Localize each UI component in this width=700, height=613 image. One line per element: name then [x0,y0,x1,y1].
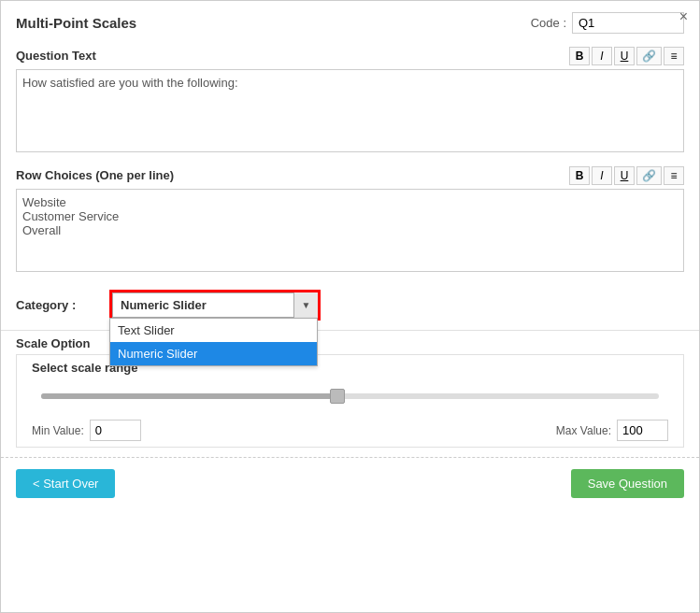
rows-italic-btn[interactable]: I [592,166,612,185]
min-value-input[interactable] [90,420,141,441]
dropdown-item-numeric[interactable]: Numeric Slider [110,342,317,365]
category-dropdown-wrapper: Text Slider Numeric Slider ▼ Text Slider… [109,290,321,321]
category-row: Category : Text Slider Numeric Slider ▼ … [1,280,699,330]
code-label: Code : [531,16,566,30]
rows-bold-btn[interactable]: B [569,166,590,185]
row-choices-toolbar: B I U 🔗 ≡ [569,166,684,185]
close-button[interactable]: × [679,8,688,25]
row-choices-section: Row Choices (One per line) B I U 🔗 ≡ [1,161,699,280]
category-label: Category : [16,298,91,312]
dialog: × Multi-Point Scales Code : Question Tex… [0,0,700,613]
row-choices-label: Row Choices (One per line) [16,168,174,182]
dialog-footer: < Start Over Save Question [1,457,699,509]
max-value-label: Max Value: [556,424,611,437]
slider-track-fill [41,393,337,399]
dropdown-item-text[interactable]: Text Slider [110,319,317,342]
min-max-row: Min Value: Max Value: [32,420,668,441]
row-choices-input[interactable] [16,189,684,272]
category-select[interactable]: Text Slider Numeric Slider [112,292,318,318]
scale-option-section: Scale Option [1,330,699,354]
question-link-btn[interactable]: 🔗 [636,47,662,65]
scale-option-label: Scale Option [16,336,90,350]
question-more-btn[interactable]: ≡ [664,47,684,65]
max-value-input[interactable] [617,420,668,441]
max-value-item: Max Value: [556,420,668,441]
dialog-header: Multi-Point Scales Code : [1,1,699,41]
code-row: Code : [531,12,684,34]
question-underline-btn[interactable]: U [614,47,635,65]
question-text-input[interactable] [16,69,684,152]
question-bold-btn[interactable]: B [569,47,590,65]
slider-thumb[interactable] [330,389,345,404]
slider-track [41,393,659,399]
code-input[interactable] [572,12,684,34]
question-italic-btn[interactable]: I [592,47,612,65]
dropdown-list: Text Slider Numeric Slider [109,318,318,366]
question-toolbar-row: Question Text B I U 🔗 ≡ [16,47,684,67]
dialog-title: Multi-Point Scales [16,15,136,31]
start-over-button[interactable]: < Start Over [16,469,115,498]
row-choices-header: Row Choices (One per line) B I U 🔗 ≡ [16,166,684,187]
min-value-item: Min Value: [32,420,141,441]
rows-underline-btn[interactable]: U [614,166,635,185]
rows-link-btn[interactable]: 🔗 [636,166,662,185]
min-value-label: Min Value: [32,424,84,437]
scale-range-section: Select scale range Min Value: Max Value: [16,354,684,448]
save-question-button[interactable]: Save Question [571,469,684,498]
question-text-section: Question Text B I U 🔗 ≡ [1,41,699,161]
rows-more-btn[interactable]: ≡ [664,166,684,185]
question-toolbar: B I U 🔗 ≡ [569,47,684,65]
question-text-label: Question Text [16,49,96,63]
slider-container [32,382,668,410]
